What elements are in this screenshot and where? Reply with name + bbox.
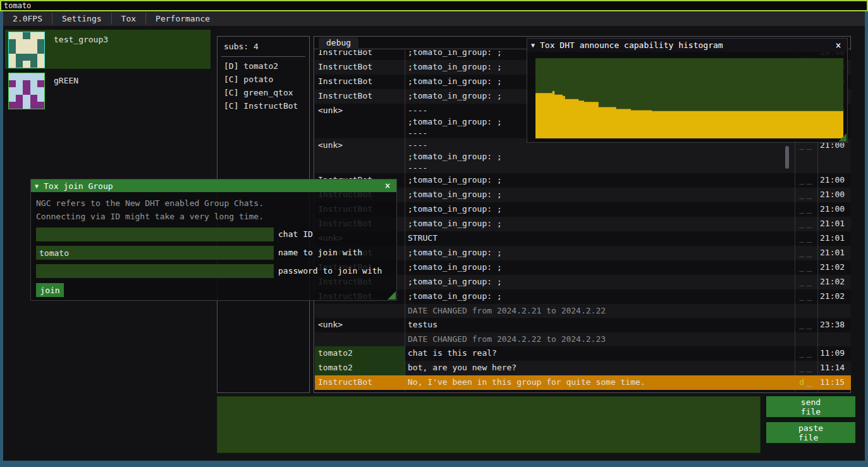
chat-timestamp: 21:00: [817, 188, 851, 202]
chat-message-text: ;tomato_in_group: ;: [405, 275, 795, 289]
chat-flags: [795, 332, 817, 346]
chat-message-text: testus: [405, 318, 795, 332]
send-file-button[interactable]: send file: [766, 396, 855, 417]
chat-timestamp: [817, 304, 851, 318]
flag-icon: _: [799, 233, 805, 243]
chat-flags: __: [795, 246, 817, 260]
join-button[interactable]: join: [36, 283, 64, 297]
chat-timestamp: 11:14: [817, 361, 851, 375]
chat-flags: __: [795, 173, 817, 188]
chat-timestamp: 21:01: [817, 217, 851, 231]
flag-icon: _: [799, 348, 805, 358]
member-item[interactable]: [D] tomato2: [217, 59, 309, 73]
dht-histogram-titlebar[interactable]: ▼ Tox DHT announce capability histogram …: [527, 39, 847, 52]
chat-timestamp: 21:00: [817, 138, 851, 173]
avatar-pixel: [37, 95, 44, 102]
flag-icon: _: [799, 291, 805, 301]
chat-message-text: ;tomato_in_group: ;: [405, 260, 795, 275]
members-count: subs: 4: [217, 37, 309, 55]
chat-timestamp: 11:15: [817, 375, 851, 390]
collapse-arrow-icon[interactable]: ▼: [531, 42, 535, 49]
avatar-pixel: [30, 32, 37, 39]
menu-settings[interactable]: Settings: [52, 11, 111, 26]
join-group-titlebar[interactable]: ▼ Tox join Group ×: [31, 179, 396, 192]
menu-tox[interactable]: Tox: [112, 11, 145, 26]
tab-debug[interactable]: debug: [319, 37, 358, 49]
chat-message-row[interactable]: <unk>testus__23:38: [315, 318, 851, 332]
join-group-title: Tox join Group: [44, 181, 382, 191]
join-name-label: name to join with: [274, 246, 362, 260]
avatar-pixel: [9, 80, 16, 87]
join-password-input[interactable]: [36, 264, 274, 278]
chat-message-text: No, I've been in this group for quite so…: [405, 375, 795, 390]
chat-flags: __: [795, 318, 817, 332]
column-divider[interactable]: [405, 50, 405, 392]
avatar-pixel: [30, 87, 37, 94]
chat-message-row[interactable]: <unk>---- ;tomato_in_group: ; ----__21:0…: [315, 138, 851, 173]
menu-performance[interactable]: Performance: [146, 11, 219, 26]
chat-sender: InstructBot: [315, 75, 405, 89]
message-input[interactable]: [217, 396, 761, 453]
resize-grip[interactable]: [388, 291, 396, 300]
close-icon[interactable]: ×: [833, 40, 843, 51]
chat-message-text: STRUCT: [405, 231, 795, 246]
chat-timestamp: 21:00: [817, 173, 851, 188]
resize-grip[interactable]: [838, 133, 847, 142]
chat-timestamp: 21:02: [817, 289, 851, 304]
chat-timestamp: 11:09: [817, 346, 851, 361]
close-icon[interactable]: ×: [382, 181, 393, 191]
chat-sender: tomato2: [315, 361, 405, 375]
avatar-pixel: [37, 87, 44, 94]
member-item[interactable]: [C] InstructBot: [217, 99, 309, 112]
avatar-pixel: [23, 46, 30, 53]
avatar-pixel: [23, 32, 30, 39]
chat-timestamp: 21:01: [817, 231, 851, 246]
avatar-pixel: [30, 95, 37, 102]
chat-message-row[interactable]: InstructBotNo, I've been in this group f…: [315, 375, 851, 390]
member-item[interactable]: [C] green_qtox: [217, 86, 309, 99]
chat-message-row[interactable]: tomato2chat is this real?__11:09: [315, 346, 851, 361]
group-item-test_group3[interactable]: test_group3: [5, 30, 211, 69]
send-file-label: send file: [801, 397, 821, 416]
avatar-pixel: [23, 87, 30, 94]
group-item-gREEN[interactable]: gREEN: [5, 71, 211, 108]
chat-flags: __: [795, 275, 817, 289]
avatar-pixel: [30, 102, 37, 109]
flag-icon: _: [799, 363, 805, 372]
flag-icon: _: [807, 175, 813, 185]
collapse-arrow-icon[interactable]: ▼: [35, 183, 39, 190]
avatar-pixel: [23, 80, 30, 87]
avatar-pixel: [30, 39, 37, 46]
chat-message-text: ;tomato_in_group: ;: [405, 173, 795, 188]
chat-sender: [315, 332, 405, 346]
dht-histogram-window: ▼ Tox DHT announce capability histogram …: [527, 38, 848, 143]
join-name-input[interactable]: [36, 246, 274, 260]
avatar-pixel: [9, 46, 16, 53]
avatar-pixel: [30, 73, 37, 80]
chat-date-row[interactable]: DATE CHANGED from 2024.2.22 to 2024.2.23: [315, 332, 851, 346]
join-info-line: Connecting via ID might take a very long…: [36, 212, 264, 221]
chat-timestamp: 21:01: [817, 246, 851, 260]
chat-flags: __: [795, 217, 817, 231]
separator: [221, 56, 305, 57]
chat-flags: __: [795, 188, 817, 202]
chat-timestamp: [817, 332, 851, 346]
group-avatar: [8, 73, 45, 109]
join-password-label: password to join with: [274, 264, 382, 278]
window-titlebar: tomato: [0, 0, 868, 11]
chat-scrollbar-thumb[interactable]: [785, 146, 789, 169]
flag-icon: _: [807, 277, 813, 286]
avatar-pixel: [16, 102, 23, 109]
chat-flags: __: [795, 289, 817, 304]
chat-message-text: ;tomato_in_group: ;: [405, 188, 795, 202]
flag-icon: _: [799, 320, 805, 329]
flag-icon: _: [799, 190, 805, 199]
flag-icon: _: [807, 262, 813, 272]
chat-id-input[interactable]: [36, 227, 274, 241]
avatar-pixel: [9, 102, 16, 109]
avatar-pixel: [37, 61, 44, 68]
paste-file-button[interactable]: paste file: [766, 422, 855, 443]
chat-message-row[interactable]: tomato2bot, are you new here?__11:14: [315, 361, 851, 375]
member-item[interactable]: [C] potato: [217, 73, 309, 86]
chat-date-row[interactable]: DATE CHANGED from 2024.2.21 to 2024.2.22: [315, 304, 851, 318]
